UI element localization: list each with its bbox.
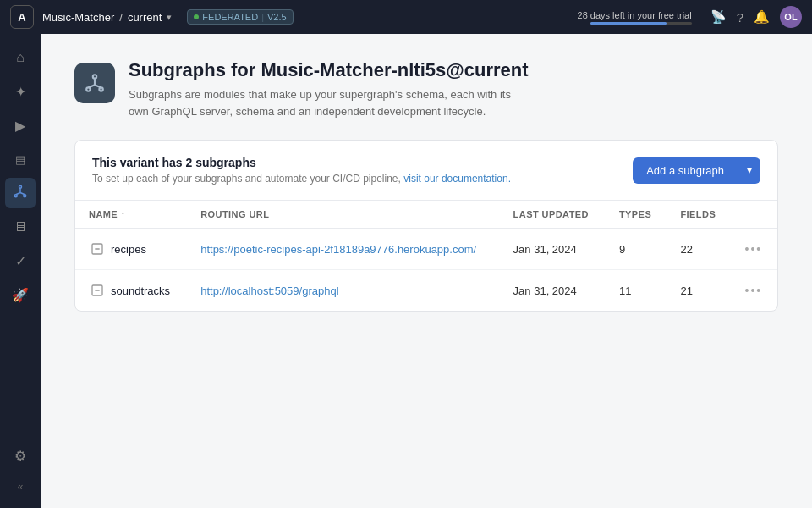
add-subgraph-chevron[interactable]: ▾ bbox=[738, 157, 760, 184]
project-breadcrumb: Music-Matcher / current ▾ bbox=[42, 11, 172, 24]
federation-badge: FEDERATED | V2.5 bbox=[187, 9, 293, 25]
card-header: This variant has 2 subgraphs To set up e… bbox=[75, 141, 777, 201]
cell-name-1: soundtracks bbox=[75, 270, 187, 312]
trial-progress-bar bbox=[590, 22, 692, 25]
page-title: Subgraphs for Music-Matcher-nlti5s@curre… bbox=[129, 59, 529, 81]
cell-routing-url-0: https://poetic-recipes-api-2f18189a9776.… bbox=[187, 229, 499, 270]
name-sort-icon[interactable]: ↑ bbox=[121, 210, 125, 219]
table-row: soundtracks http://localhost:5059/graphq… bbox=[75, 270, 777, 312]
cell-actions-1: ••• bbox=[732, 270, 777, 312]
sidebar: ⌂ ✦ ▶ ▤ 🖥 ✓ 🚀 bbox=[0, 34, 41, 508]
sidebar-item-schema[interactable]: ✦ bbox=[5, 76, 36, 107]
card-header-subtitle: To set up each of your subgraphs and aut… bbox=[92, 173, 511, 185]
cell-last-updated-1: Jan 31, 2024 bbox=[500, 270, 606, 312]
trial-text: 28 days left in your free trial bbox=[578, 10, 692, 20]
sidebar-item-settings[interactable]: ⚙ bbox=[5, 440, 36, 471]
subgraph-name-0[interactable]: recipes bbox=[111, 243, 146, 256]
page-title-block: Subgraphs for Music-Matcher-nlti5s@curre… bbox=[129, 59, 529, 119]
page-desc-line2: own GraphQL server, schema and an indepe… bbox=[129, 105, 486, 118]
col-routing-url: ROUTING URL bbox=[187, 201, 499, 229]
svg-point-2 bbox=[24, 195, 26, 197]
col-last-updated: LAST UPDATED bbox=[500, 201, 606, 229]
col-name: NAME ↑ bbox=[75, 201, 187, 229]
badge-label: FEDERATED bbox=[202, 12, 258, 22]
settings-icon: ⚙ bbox=[14, 448, 26, 464]
explorer-icon: ▶ bbox=[15, 118, 25, 134]
subgraph-icon-0 bbox=[89, 240, 106, 257]
page-description: Subgraphs are modules that make up your … bbox=[129, 86, 529, 119]
add-subgraph-button[interactable]: Add a subgraph bbox=[633, 157, 738, 184]
badge-version: V2.5 bbox=[267, 12, 287, 22]
svg-point-8 bbox=[99, 87, 102, 91]
documentation-link[interactable]: visit our documentation. bbox=[403, 173, 511, 185]
badge-dot bbox=[194, 14, 199, 19]
page-desc-line1: Subgraphs are modules that make up your … bbox=[129, 88, 511, 101]
monitor-icon: 🖥 bbox=[14, 219, 27, 235]
home-icon: ⌂ bbox=[16, 50, 25, 65]
svg-line-10 bbox=[88, 85, 95, 87]
sidebar-item-launches[interactable]: 🚀 bbox=[5, 279, 36, 310]
card-header-title: This variant has 2 subgraphs bbox=[92, 156, 511, 169]
col-actions bbox=[732, 201, 777, 229]
variant-name: current bbox=[128, 11, 162, 24]
sidebar-item-checks[interactable]: ✓ bbox=[5, 246, 36, 276]
subtitle-text: To set up each of your subgraphs and aut… bbox=[92, 173, 401, 185]
help-icon[interactable]: ? bbox=[737, 10, 743, 25]
variant-chevron-icon[interactable]: ▾ bbox=[167, 12, 172, 23]
col-fields: FIELDS bbox=[667, 201, 731, 229]
svg-point-7 bbox=[86, 87, 90, 91]
sidebar-item-operations[interactable]: ▤ bbox=[5, 144, 36, 174]
cell-fields-1: 21 bbox=[667, 270, 731, 312]
subgraph-name-1[interactable]: soundtracks bbox=[111, 284, 170, 297]
row-more-icon-1[interactable]: ••• bbox=[745, 284, 763, 297]
page-icon bbox=[74, 63, 115, 103]
sidebar-item-subgraphs[interactable] bbox=[5, 178, 36, 208]
cell-types-1: 11 bbox=[606, 270, 667, 312]
cell-routing-url-1: http://localhost:5059/graphql bbox=[187, 270, 499, 312]
sidebar-expand-button[interactable]: « bbox=[11, 474, 30, 500]
cell-name-0: recipes bbox=[75, 229, 187, 270]
routing-url-link-1[interactable]: http://localhost:5059/graphql bbox=[200, 284, 338, 297]
avatar-initials: OL bbox=[784, 12, 797, 22]
subgraphs-table-wrap: NAME ↑ ROUTING URL LAST UPDATED TYPES FI… bbox=[75, 201, 777, 311]
card-header-text: This variant has 2 subgraphs To set up e… bbox=[92, 156, 511, 185]
trial-progress-fill bbox=[590, 22, 667, 25]
routing-url-link-0[interactable]: https://poetic-recipes-api-2f18189a9776.… bbox=[200, 243, 476, 256]
sidebar-item-home[interactable]: ⌂ bbox=[5, 42, 36, 73]
row-more-icon-0[interactable]: ••• bbox=[745, 242, 763, 256]
svg-line-5 bbox=[20, 193, 25, 195]
broadcast-icon[interactable]: 📡 bbox=[710, 9, 727, 25]
schema-icon: ✦ bbox=[15, 84, 26, 100]
rocket-icon: 🚀 bbox=[12, 287, 29, 303]
cell-actions-0: ••• bbox=[732, 229, 777, 270]
table-header-row: NAME ↑ ROUTING URL LAST UPDATED TYPES FI… bbox=[75, 201, 777, 229]
sidebar-item-explorer[interactable]: ▶ bbox=[5, 110, 36, 141]
svg-point-1 bbox=[14, 195, 17, 197]
svg-point-6 bbox=[93, 75, 96, 78]
topbar-icons: 📡 ? 🔔 OL bbox=[710, 6, 802, 28]
app-logo[interactable]: A bbox=[10, 5, 34, 29]
cell-types-0: 9 bbox=[606, 229, 667, 270]
sidebar-item-schema-check[interactable]: 🖥 bbox=[5, 212, 36, 242]
user-avatar[interactable]: OL bbox=[780, 6, 802, 28]
subgraphs-card: This variant has 2 subgraphs To set up e… bbox=[74, 140, 778, 312]
page-header: Subgraphs for Music-Matcher-nlti5s@curre… bbox=[74, 59, 778, 119]
badge-separator: | bbox=[261, 12, 264, 22]
notification-icon[interactable]: 🔔 bbox=[754, 9, 770, 25]
breadcrumb-separator: / bbox=[119, 11, 123, 24]
main-content: Subgraphs for Music-Matcher-nlti5s@curre… bbox=[41, 34, 812, 508]
cell-fields-0: 22 bbox=[667, 229, 731, 270]
topbar: A Music-Matcher / current ▾ FEDERATED | … bbox=[0, 0, 812, 34]
card-header-actions: Add a subgraph ▾ bbox=[633, 157, 760, 184]
trial-info: 28 days left in your free trial bbox=[578, 10, 692, 25]
subgraphs-table: NAME ↑ ROUTING URL LAST UPDATED TYPES FI… bbox=[75, 201, 777, 311]
subgraphs-icon bbox=[13, 184, 28, 202]
svg-line-11 bbox=[95, 85, 102, 87]
col-types: TYPES bbox=[606, 201, 667, 229]
main-layout: ⌂ ✦ ▶ ▤ 🖥 ✓ 🚀 bbox=[0, 34, 812, 508]
subgraphs-table-body: recipes https://poetic-recipes-api-2f181… bbox=[75, 229, 777, 312]
cell-last-updated-0: Jan 31, 2024 bbox=[500, 229, 606, 270]
sidebar-bottom: ⚙ « bbox=[5, 440, 36, 500]
operations-icon: ▤ bbox=[15, 153, 25, 166]
svg-point-0 bbox=[19, 185, 22, 188]
